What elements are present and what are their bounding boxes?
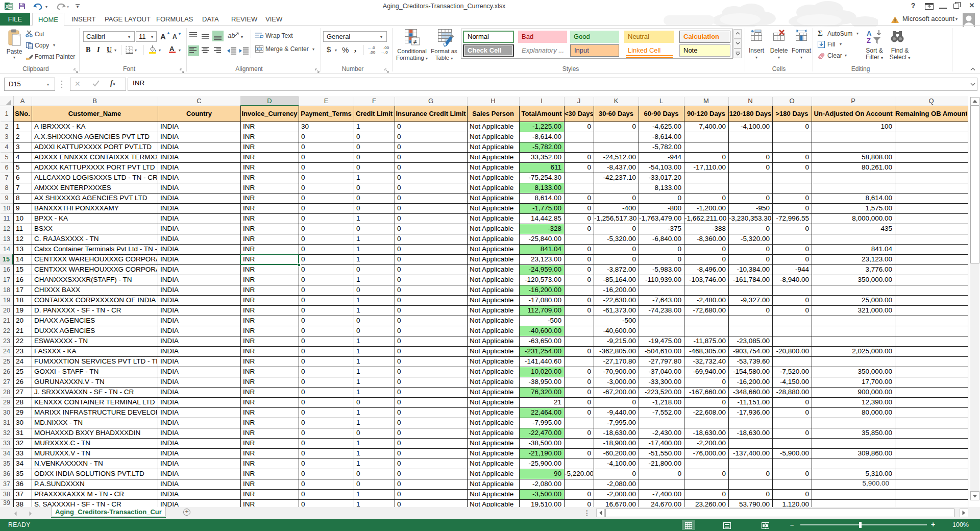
svg-text:≠: ≠ (413, 38, 417, 45)
svg-text:Z: Z (867, 37, 871, 44)
svg-text:A: A (867, 30, 872, 37)
